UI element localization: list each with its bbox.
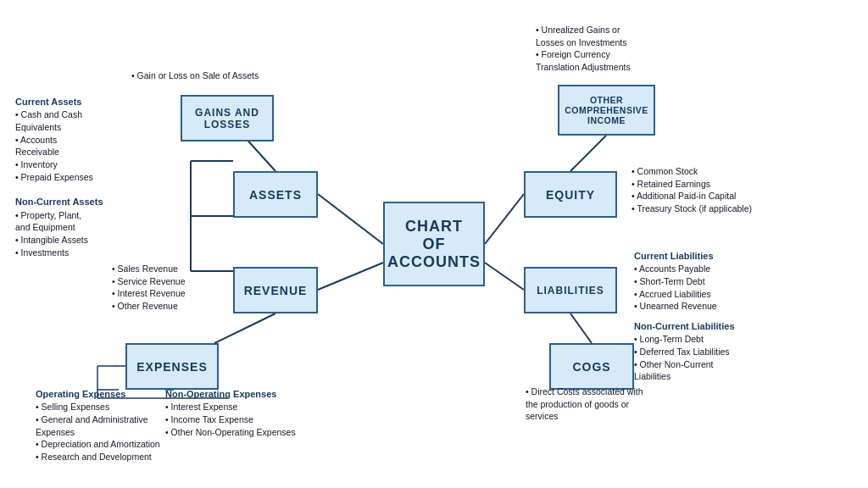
list-item: Service Revenue xyxy=(112,275,186,288)
list-item: Investments xyxy=(15,247,103,259)
list-item: Other Revenue xyxy=(112,300,186,313)
equity-list: Common Stock Retained Earnings Additiona… xyxy=(632,165,752,215)
other-income-label: OTHER COMPREHENSIVE INCOME xyxy=(565,95,648,125)
nonoperating-exp-list: Interest Expense Income Tax Expense Othe… xyxy=(165,401,296,438)
revenue-list: Sales Revenue Service Revenue Interest R… xyxy=(112,263,186,313)
liabilities-box: LIABILITIES xyxy=(524,267,617,313)
noncurrent-assets-list: Property, Plant,and Equipment Intangible… xyxy=(15,209,103,259)
list-item: Other Non-CurrentLiabilities xyxy=(634,358,735,383)
list-item: Additional Paid-in Capital xyxy=(632,190,752,202)
revenue-items-block: Sales Revenue Service Revenue Interest R… xyxy=(112,263,186,313)
noncurrent-liab-list: Long-Term Debt Deferred Tax Liabilities … xyxy=(634,333,735,383)
expenses-box: EXPENSES xyxy=(125,343,219,390)
expenses-label: EXPENSES xyxy=(136,360,207,374)
svg-line-0 xyxy=(318,194,383,244)
list-item: Cash and CashEquivalents xyxy=(15,108,103,133)
list-item: Direct Costs associated withthe producti… xyxy=(526,385,643,423)
liabilities-label: LIABILITIES xyxy=(537,285,604,297)
noncurrent-assets-title: Non-Current Assets xyxy=(15,196,103,208)
list-item: Foreign CurrencyTranslation Adjustments xyxy=(536,48,631,73)
list-item: Interest Revenue xyxy=(112,287,186,300)
list-item: Sales Revenue xyxy=(112,263,186,275)
gains-label: GAINS AND LOSSES xyxy=(195,107,259,130)
list-item: AccountsReceivable xyxy=(15,134,103,158)
equity-box: EQUITY xyxy=(524,171,617,218)
assets-box: ASSETS xyxy=(233,171,318,218)
current-assets-block: Current Assets Cash and CashEquivalents … xyxy=(15,96,103,258)
list-item: Inventory xyxy=(15,158,103,171)
operating-exp-title: Operating Expenses xyxy=(36,388,160,401)
svg-line-5 xyxy=(214,313,275,343)
gains-description: • Gain or Loss on Sale of Assets xyxy=(131,69,259,82)
list-item: Deferred Tax Liabilities xyxy=(634,346,735,358)
other-income-list: Unrealized Gains orLosses on Investments… xyxy=(536,24,631,74)
cogs-box: COGS xyxy=(549,343,634,390)
noncurrent-liabilities-block: Non-Current Liabilities Long-Term Debt D… xyxy=(634,320,735,383)
list-item: Income Tax Expense xyxy=(165,413,296,426)
list-item: Property, Plant,and Equipment xyxy=(15,209,103,234)
svg-line-3 xyxy=(485,263,524,290)
current-liab-list: Accounts Payable Short-Term Debt Accrued… xyxy=(634,263,717,313)
operating-expenses-block: Operating Expenses Selling Expenses Gene… xyxy=(36,388,160,463)
svg-line-7 xyxy=(570,313,592,343)
gains-text: • Gain or Loss on Sale of Assets xyxy=(131,70,259,80)
list-item: Short-Term Debt xyxy=(634,275,717,288)
center-box: CHART OF ACCOUNTS xyxy=(383,202,485,286)
list-item: Accrued Liabilities xyxy=(634,288,717,301)
revenue-box: REVENUE xyxy=(233,267,318,313)
cogs-items-block: Direct Costs associated withthe producti… xyxy=(526,385,643,423)
operating-exp-list: Selling Expenses General and Administrat… xyxy=(36,401,160,463)
list-item: Depreciation and Amortization xyxy=(36,438,160,451)
list-item: General and AdministrativeExpenses xyxy=(36,413,160,438)
cogs-list: Direct Costs associated withthe producti… xyxy=(526,385,643,423)
center-label: CHART OF ACCOUNTS xyxy=(387,218,481,271)
list-item: Long-Term Debt xyxy=(634,333,735,346)
list-item: Unrealized Gains orLosses on Investments xyxy=(536,24,631,48)
list-item: Treasury Stock (if applicable) xyxy=(632,202,752,215)
nonoperating-exp-title: Non-Operating Expenses xyxy=(165,388,296,401)
gains-box: GAINS AND LOSSES xyxy=(181,95,274,141)
list-item: Other Non-Operating Expenses xyxy=(165,426,296,439)
revenue-label: REVENUE xyxy=(244,284,308,297)
list-item: Intangible Assets xyxy=(15,234,103,247)
list-item: Selling Expenses xyxy=(36,401,160,413)
equity-items-block: Common Stock Retained Earnings Additiona… xyxy=(632,165,752,215)
current-liab-title: Current Liabilities xyxy=(634,250,717,263)
assets-label: ASSETS xyxy=(249,188,302,202)
chart-of-accounts-diagram: CHART OF ACCOUNTS ASSETS REVENUE EXPENSE… xyxy=(0,0,868,488)
list-item: Unearned Revenue xyxy=(634,300,717,313)
svg-line-2 xyxy=(485,194,524,244)
equity-label: EQUITY xyxy=(546,188,595,202)
other-income-items-block: Unrealized Gains orLosses on Investments… xyxy=(536,24,631,74)
current-assets-title: Current Assets xyxy=(15,96,103,108)
current-assets-list: Cash and CashEquivalents AccountsReceiva… xyxy=(15,108,103,183)
list-item: Interest Expense xyxy=(165,401,296,413)
svg-line-1 xyxy=(318,263,383,290)
list-item: Common Stock xyxy=(632,165,752,178)
cogs-label: COGS xyxy=(572,360,610,374)
noncurrent-liab-title: Non-Current Liabilities xyxy=(634,320,735,333)
nonoperating-expenses-block: Non-Operating Expenses Interest Expense … xyxy=(165,388,296,438)
current-liabilities-block: Current Liabilities Accounts Payable Sho… xyxy=(634,250,717,313)
svg-line-6 xyxy=(570,136,606,171)
other-income-box: OTHER COMPREHENSIVE INCOME xyxy=(558,85,655,136)
list-item: Accounts Payable xyxy=(634,263,717,275)
list-item: Research and Development xyxy=(36,451,160,463)
list-item: Retained Earnings xyxy=(632,178,752,191)
list-item: Prepaid Expenses xyxy=(15,171,103,184)
